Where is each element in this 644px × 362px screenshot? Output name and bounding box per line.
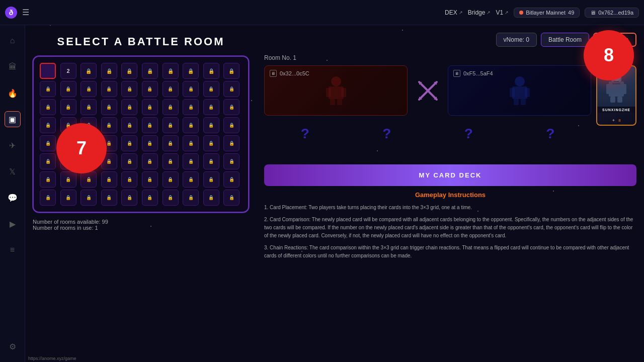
- room-cell[interactable]: 🔒: [142, 190, 158, 206]
- hamburger-button[interactable]: ☰: [22, 8, 29, 17]
- room-cell[interactable]: 🔒: [142, 81, 158, 97]
- room-cell[interactable]: 🔒: [203, 81, 219, 97]
- vnome-button[interactable]: vNome: 0: [496, 33, 537, 47]
- room-cell[interactable]: 🔒: [203, 117, 219, 133]
- room-cell[interactable]: 🔒: [142, 171, 158, 188]
- room-cell[interactable]: 🔒: [121, 117, 137, 133]
- room-cell[interactable]: 🔒: [183, 153, 199, 169]
- room-cell[interactable]: 🔒: [163, 63, 179, 79]
- sidebar-item-video[interactable]: ▶: [5, 216, 21, 232]
- player1-warrior: [324, 75, 349, 106]
- room-cell[interactable]: 🔒: [60, 81, 76, 97]
- question-area: ? ? ? ?: [264, 116, 591, 152]
- room-cell[interactable]: 🔒: [60, 99, 76, 115]
- room-cell[interactable]: 🔒: [183, 63, 199, 79]
- room-cell[interactable]: 🔒: [183, 99, 199, 115]
- room-cell[interactable]: 🔒: [121, 190, 137, 206]
- room-cell[interactable]: 🔒: [163, 153, 179, 169]
- card-deck-button[interactable]: MY CARD DECK: [264, 164, 636, 186]
- room-cell[interactable]: 🔒: [163, 117, 179, 133]
- room-cell[interactable]: 🔒: [60, 171, 76, 188]
- room-cell[interactable]: 🔒: [203, 63, 219, 79]
- room-cell[interactable]: 🔒: [40, 190, 56, 206]
- q-mark-2: ?: [382, 126, 391, 142]
- room-cell[interactable]: 🔒: [203, 135, 219, 151]
- room-cell[interactable]: 🔒: [40, 153, 56, 169]
- room-cell[interactable]: 🔒: [183, 171, 199, 188]
- sidebar-item-home[interactable]: ⌂: [5, 33, 21, 49]
- wallet-badge[interactable]: 🖥 0x762...ed19a: [585, 8, 639, 18]
- svg-rect-11: [326, 88, 331, 97]
- room-cell[interactable]: 🔒: [142, 117, 158, 133]
- room-cell[interactable]: 🔒: [203, 99, 219, 115]
- room-cell[interactable]: 🔒: [121, 81, 137, 97]
- room-cell[interactable]: 🔒: [183, 190, 199, 206]
- room-cell[interactable]: 🔒: [223, 190, 239, 206]
- room-cell[interactable]: 🔒: [80, 99, 97, 115]
- room-cell[interactable]: 🔒: [163, 190, 179, 206]
- svg-rect-4: [610, 97, 615, 103]
- room-cell[interactable]: 🔒: [163, 81, 179, 97]
- room-cell[interactable]: 🔒: [142, 63, 158, 79]
- room-cell[interactable]: 🔒: [40, 117, 56, 133]
- room-cell[interactable]: 🔒: [183, 81, 199, 97]
- nav-bridge[interactable]: Bridge ↗: [468, 9, 491, 16]
- room-cell[interactable]: 🔒: [203, 190, 219, 206]
- room-cell[interactable]: 🔒: [223, 135, 239, 151]
- player2-icon: 🖥: [453, 70, 460, 77]
- room-cell[interactable]: 🔒: [163, 171, 179, 188]
- nav-dex[interactable]: DEX ↗: [445, 9, 463, 16]
- sidebar-item-game[interactable]: ▣: [5, 111, 21, 127]
- room-cell[interactable]: 🔒: [80, 63, 97, 79]
- room-cell[interactable]: 🔒: [80, 171, 97, 188]
- room-cell[interactable]: 🔒: [121, 171, 137, 188]
- room-cell[interactable]: 🔒: [40, 81, 56, 97]
- room-cell[interactable]: 🔒: [163, 135, 179, 151]
- room-cell[interactable]: 🔒: [183, 135, 199, 151]
- room-cell[interactable]: 🔒: [101, 190, 117, 206]
- room-cell[interactable]: 🔒: [223, 81, 239, 97]
- room-cell[interactable]: 🔒: [101, 171, 117, 188]
- sidebar-item-chat[interactable]: 💬: [5, 190, 21, 206]
- room-cell[interactable]: 🔒: [142, 153, 158, 169]
- room-cell[interactable]: 🔒: [121, 99, 137, 115]
- sidebar-item-telegram[interactable]: ✈: [5, 137, 21, 153]
- nav-v1[interactable]: V1 ↗: [496, 9, 509, 16]
- room-cell[interactable]: 🔒: [223, 117, 239, 133]
- room-cell[interactable]: 🔒: [203, 171, 219, 188]
- room-cell[interactable]: 🔒: [121, 135, 137, 151]
- room-cell[interactable]: 🔒: [101, 63, 117, 79]
- room-cell[interactable]: 🔒: [163, 99, 179, 115]
- room-cell[interactable]: 🔒: [121, 63, 137, 79]
- player2-header: 🖥 0xF5...5aF4: [453, 70, 493, 77]
- room-cell[interactable]: 🔒: [223, 153, 239, 169]
- room-cell[interactable]: 🔒: [101, 99, 117, 115]
- room-cell[interactable]: 🔒: [101, 81, 117, 97]
- room-cell[interactable]: 🔒: [40, 171, 56, 188]
- room-cell[interactable]: 🔒: [223, 171, 239, 188]
- battle-room-button[interactable]: Battle Room: [541, 33, 589, 47]
- room-cell[interactable]: [40, 63, 56, 79]
- sidebar-item-bank[interactable]: 🏛: [5, 59, 21, 75]
- room-cell[interactable]: 🔒: [121, 153, 137, 169]
- room-cell[interactable]: 🔒: [142, 135, 158, 151]
- room-cell[interactable]: 🔒: [183, 117, 199, 133]
- room-cell[interactable]: 🔒: [80, 190, 97, 206]
- room-cell[interactable]: 🔒: [101, 117, 117, 133]
- room-cell[interactable]: 🔒: [203, 153, 219, 169]
- room-cell[interactable]: 🔒: [80, 81, 97, 97]
- sidebar-item-stream[interactable]: ≡: [5, 242, 21, 258]
- instructions: Gameplay Instructions 1. Card Placement:…: [264, 191, 636, 260]
- room-cell[interactable]: 🔒: [223, 99, 239, 115]
- sidebar-item-fire[interactable]: 🔥: [5, 85, 21, 101]
- svg-rect-12: [341, 88, 346, 97]
- room-cell[interactable]: 2: [60, 63, 76, 79]
- network-badge[interactable]: Bitlayer Mainnet 49: [514, 8, 580, 18]
- room-cell[interactable]: 🔒: [60, 190, 76, 206]
- room-cell[interactable]: 🔒: [40, 99, 56, 115]
- room-cell[interactable]: 🔒: [223, 63, 239, 79]
- room-cell[interactable]: 🔒: [40, 135, 56, 151]
- sidebar-item-settings[interactable]: ⚙: [5, 338, 21, 354]
- sidebar-item-twitter[interactable]: 𝕏: [5, 163, 21, 179]
- room-cell[interactable]: 🔒: [142, 99, 158, 115]
